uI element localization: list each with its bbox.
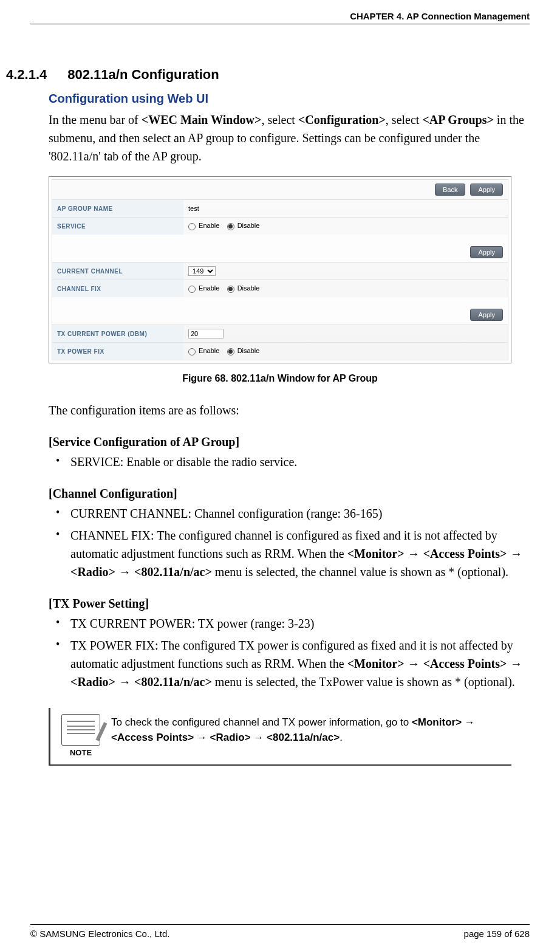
section-title: 802.11a/n Configuration (67, 67, 219, 82)
note-text: To check the configured channel and TX p… (111, 714, 505, 745)
page-footer: © SAMSUNG Electronics Co., Ltd. page 159… (30, 924, 530, 939)
heading-channel-config: [Channel Configuration] (49, 487, 530, 501)
radio-label-enable: Enable (199, 347, 219, 354)
heading-service-config: [Service Configuration of AP Group] (49, 435, 530, 449)
figure-caption: Figure 68. 802.11a/n Window for AP Group (30, 373, 530, 384)
label-channel-fix: CHANNEL FIX (52, 280, 183, 298)
radio-label-disable: Disable (237, 347, 260, 354)
label-current-channel: CURRENT CHANNEL (52, 263, 183, 280)
label-ap-group-name: AP GROUP NAME (52, 200, 183, 218)
label-tx-current-power: TX CURRENT POWER (DBM) (52, 325, 183, 343)
radio-service-disable[interactable] (227, 223, 234, 230)
note-label: NOTE (50, 748, 111, 757)
row-service: SERVICE Enable Disable (52, 218, 508, 235)
copyright: © SAMSUNG Electronics Co., Ltd. (30, 929, 169, 939)
radio-txfix-disable[interactable] (227, 348, 234, 355)
bullet-service: SERVICE: Enable or disable the radio ser… (70, 453, 530, 471)
row-tx-power-fix: TX POWER FIX Enable Disable (52, 343, 508, 360)
radio-service-enable[interactable] (188, 223, 196, 230)
figure-802-11an: Back Apply AP GROUP NAME test SERVICE En… (49, 176, 511, 363)
row-channel-fix: CHANNEL FIX Enable Disable (52, 280, 508, 298)
section-number: 4.2.1.4 (6, 67, 47, 83)
radio-channelfix-disable[interactable] (227, 286, 234, 293)
apply-button-channel[interactable]: Apply (470, 246, 503, 258)
radio-label-enable: Enable (199, 222, 219, 229)
bullet-channel-fix: CHANNEL FIX: The configured channel is c… (70, 526, 530, 581)
heading-tx-power: [TX Power Setting] (49, 597, 530, 611)
chapter-header: CHAPTER 4. AP Connection Management (30, 0, 530, 24)
intro-paragraph: In the menu bar of <WEC Main Window>, se… (49, 111, 530, 165)
radio-channelfix-enable[interactable] (188, 286, 196, 293)
apply-button[interactable]: Apply (470, 184, 503, 196)
radio-txfix-enable[interactable] (188, 348, 196, 355)
value-ap-group-name: test (183, 200, 508, 218)
input-tx-current-power[interactable] (188, 329, 224, 338)
subsection-heading: Configuration using Web UI (49, 92, 530, 106)
label-tx-power-fix: TX POWER FIX (52, 343, 183, 360)
row-ap-group-name: AP GROUP NAME test (52, 200, 508, 218)
row-tx-current-power: TX CURRENT POWER (DBM) (52, 325, 508, 343)
note-icon (61, 714, 100, 746)
back-button[interactable]: Back (435, 184, 465, 196)
chapter-title: CHAPTER 4. AP Connection Management (350, 11, 530, 21)
note-box: NOTE To check the configured channel and… (49, 708, 511, 766)
bullet-tx-current-power: TX CURRENT POWER: TX power (range: 3-23) (70, 614, 530, 633)
followup-text: The configuration items are as follows: (49, 401, 530, 419)
radio-label-disable: Disable (237, 284, 260, 292)
row-current-channel: CURRENT CHANNEL 149 (52, 263, 508, 280)
page-number: page 159 of 628 (464, 929, 530, 939)
radio-label-enable: Enable (199, 284, 219, 292)
apply-button-tx[interactable]: Apply (470, 309, 503, 321)
bullet-current-channel: CURRENT CHANNEL: Channel configuration (… (70, 504, 530, 523)
label-service: SERVICE (52, 218, 183, 235)
select-current-channel[interactable]: 149 (188, 266, 216, 276)
bullet-tx-power-fix: TX POWER FIX: The configured TX power is… (70, 636, 530, 691)
radio-label-disable: Disable (237, 222, 260, 229)
